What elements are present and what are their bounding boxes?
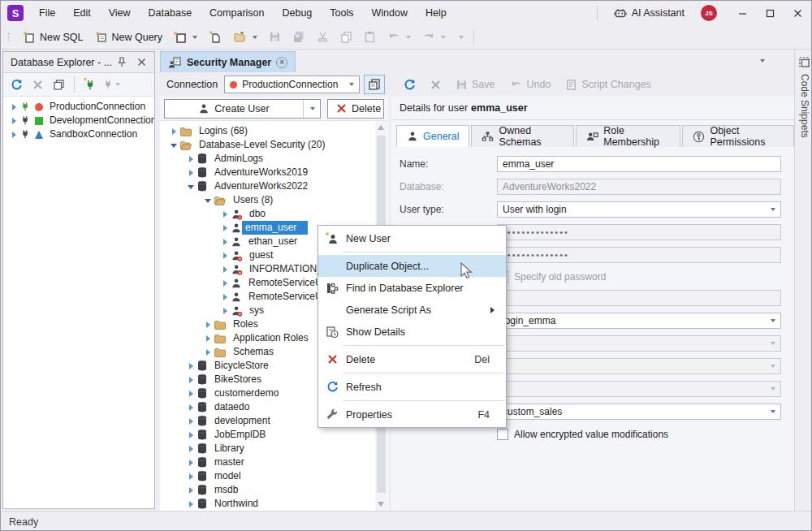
expand-icon[interactable] xyxy=(187,430,197,440)
script-changes-button[interactable]: Script Changes xyxy=(559,75,656,94)
expand-icon[interactable] xyxy=(204,348,214,357)
user-avatar-badge[interactable]: JS xyxy=(701,5,717,21)
create-user-dropdown[interactable] xyxy=(304,100,320,118)
tree-item[interactable]: AdventureWorks2019 xyxy=(160,166,388,179)
default-language-select[interactable] xyxy=(497,381,781,397)
expand-icon[interactable] xyxy=(187,154,197,164)
paste-button[interactable] xyxy=(358,28,382,47)
tab-security-manager[interactable]: Security Manager × xyxy=(160,51,296,72)
tree-item[interactable]: AdminLogs xyxy=(160,152,388,166)
expand-icon[interactable] xyxy=(221,251,231,261)
refresh-button[interactable] xyxy=(6,76,26,93)
context-menu-item-find-in-database-explorer[interactable]: Find in Database Explorer xyxy=(318,277,506,299)
expand-icon[interactable] xyxy=(187,486,197,495)
database-field[interactable]: AdventureWorks2022 xyxy=(497,179,781,195)
close-button[interactable] xyxy=(784,1,811,25)
cancel-button[interactable] xyxy=(425,75,447,94)
tab-list-chevron-icon[interactable] xyxy=(760,59,765,63)
tree-item[interactable]: msdb xyxy=(160,483,388,497)
panel-close-button[interactable] xyxy=(132,54,151,71)
context-menu-item-delete[interactable]: DeleteDel xyxy=(318,348,506,370)
open-file-button[interactable] xyxy=(227,28,263,47)
expand-icon[interactable] xyxy=(187,499,197,509)
menu-edit[interactable]: Edit xyxy=(64,1,100,25)
menu-tools[interactable]: Tools xyxy=(321,1,362,25)
expand-icon[interactable] xyxy=(204,320,214,330)
scroll-down-icon[interactable] xyxy=(378,502,384,507)
code-snippets-tab[interactable]: Code Snippets xyxy=(795,56,812,138)
tree-item[interactable]: Database-Level Security (20) xyxy=(160,138,388,152)
new-document-button[interactable]: * xyxy=(168,28,203,47)
expand-icon[interactable] xyxy=(187,375,197,385)
connection-item[interactable]: DevelopmentConnection xyxy=(3,114,154,127)
undo-button[interactable]: Undo xyxy=(504,75,557,94)
connection-item[interactable]: SandboxConnection xyxy=(3,127,154,141)
pin-button[interactable] xyxy=(112,54,132,71)
old-password-field[interactable] xyxy=(497,290,781,306)
connection-item[interactable]: ProductionConnection xyxy=(3,100,154,114)
expand-icon[interactable] xyxy=(187,417,197,426)
expand-icon[interactable] xyxy=(187,389,197,399)
create-user-button[interactable]: Create User xyxy=(164,99,321,119)
tree-item[interactable]: Logins (68) xyxy=(160,124,388,138)
name-field[interactable]: emma_user xyxy=(497,156,781,172)
expand-icon[interactable] xyxy=(187,403,197,412)
expand-icon[interactable] xyxy=(221,306,231,316)
menu-window[interactable]: Window xyxy=(363,1,417,25)
expand-icon[interactable] xyxy=(221,278,231,288)
ai-assistant-button[interactable]: AI Assistant xyxy=(606,1,693,25)
expand-icon[interactable] xyxy=(221,292,231,302)
delete-connection-button[interactable] xyxy=(28,76,47,93)
new-connection-button[interactable]: * xyxy=(80,76,100,93)
expand-icon[interactable] xyxy=(187,361,197,371)
toolbar-overflow-button[interactable] xyxy=(451,28,469,47)
password-field[interactable]: •••••••••••••• xyxy=(497,224,781,240)
expand-icon[interactable] xyxy=(10,102,19,112)
expand-icon[interactable] xyxy=(221,209,231,219)
connection-select[interactable]: ProductionConnection xyxy=(224,76,360,93)
menu-database[interactable]: Database xyxy=(140,1,201,25)
cut-button[interactable] xyxy=(311,28,335,47)
expand-icon[interactable] xyxy=(187,182,197,192)
default-schema-select[interactable]: custom_sales xyxy=(497,404,781,420)
context-menu-item-show-details[interactable]: Show Details xyxy=(318,321,506,343)
login-select[interactable]: login_emma xyxy=(497,313,781,329)
tree-item[interactable]: model xyxy=(160,469,388,483)
expand-icon[interactable] xyxy=(221,223,231,233)
menu-file[interactable]: File xyxy=(30,1,64,25)
delete-user-button[interactable]: Delete xyxy=(327,99,384,119)
script-view-toggle[interactable] xyxy=(364,75,385,94)
save-button[interactable] xyxy=(263,28,287,47)
scroll-up-icon[interactable] xyxy=(378,125,384,130)
allow-encrypted-checkbox[interactable]: Allow encrypted value modifications xyxy=(497,429,668,440)
tab-role-membership[interactable]: Role Membership xyxy=(576,125,680,147)
maximize-button[interactable] xyxy=(756,1,784,25)
context-menu-item-duplicate-object[interactable]: Duplicate Object... xyxy=(318,255,506,277)
tab-general[interactable]: General xyxy=(396,125,469,147)
expand-icon[interactable] xyxy=(187,458,197,468)
checkbox-icon[interactable] xyxy=(497,429,508,440)
save-button[interactable]: Save xyxy=(450,75,501,94)
tree-item[interactable]: JobEmplDB xyxy=(160,428,388,442)
new-sql-button[interactable]: * New SQL xyxy=(17,28,89,47)
tab-object-permissions[interactable]: Object Permissions xyxy=(682,125,794,147)
new-query-button[interactable]: * New Query xyxy=(89,28,169,47)
tab-owned-schemas[interactable]: Owned Schemas xyxy=(471,125,574,147)
expand-icon[interactable] xyxy=(204,334,214,343)
redo-button[interactable] xyxy=(417,28,451,47)
menu-comparison[interactable]: Comparison xyxy=(201,1,273,25)
user-type-select[interactable]: User with login xyxy=(497,201,781,218)
expand-icon[interactable] xyxy=(10,130,19,140)
undo-button[interactable] xyxy=(382,28,417,47)
tree-item[interactable]: AdventureWorks2022 xyxy=(160,179,388,193)
cascade-button[interactable] xyxy=(49,76,68,93)
expand-icon[interactable] xyxy=(204,196,214,205)
certificate-select[interactable] xyxy=(497,335,781,352)
tree-item[interactable]: master xyxy=(160,455,388,469)
context-menu-item-new-user[interactable]: *New User xyxy=(318,227,506,249)
tree-item[interactable]: Users (8) xyxy=(160,193,388,207)
expand-icon[interactable] xyxy=(170,140,179,150)
save-all-button[interactable] xyxy=(287,28,311,47)
expand-icon[interactable] xyxy=(187,472,197,481)
tree-item[interactable]: Northwind xyxy=(160,497,388,511)
